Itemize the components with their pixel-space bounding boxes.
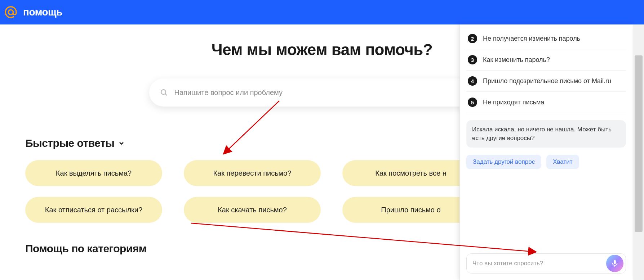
page-scrollbar[interactable] — [633, 24, 644, 280]
quick-answer-chip[interactable]: Как посмотреть все н — [342, 160, 479, 186]
suggestion-number: 4 — [468, 76, 477, 86]
brand-text: помощь — [23, 6, 62, 18]
top-header: помощь — [0, 0, 644, 24]
chat-suggestion-item[interactable]: 3 Как изменить пароль? — [466, 49, 626, 71]
suggestion-text: Не получается изменить пароль — [483, 34, 580, 43]
chip-label: Как скачать письмо? — [218, 206, 287, 214]
at-sign-icon — [4, 5, 18, 19]
chat-input-row — [466, 253, 626, 274]
suggestion-number: 2 — [468, 34, 477, 43]
search-input[interactable] — [174, 89, 484, 97]
stop-button[interactable]: Хватит — [546, 155, 579, 169]
chip-label: Пришло письмо о — [381, 206, 440, 214]
brand-logo[interactable]: помощь — [4, 5, 62, 19]
suggestion-number: 5 — [468, 98, 477, 107]
chat-suggestion-item[interactable]: 5 Не приходят письма — [466, 92, 626, 113]
quick-answers-title: Быстрые ответы — [25, 137, 114, 149]
chip-label: Как отписаться от рассылки? — [45, 206, 142, 214]
search-icon — [160, 89, 168, 96]
chip-label: Как перевести письмо? — [213, 169, 291, 177]
quick-answer-chip[interactable]: Пришло письмо о — [342, 197, 479, 223]
scrollbar-thumb[interactable] — [635, 55, 643, 232]
chip-label: Как выделять письма? — [56, 169, 132, 177]
microphone-icon — [611, 259, 619, 267]
suggestion-text: Пришло подозрительное письмо от Mail.ru — [483, 77, 611, 85]
chat-panel: 2 Не получается изменить пароль 3 Как из… — [459, 24, 632, 280]
suggestion-number: 3 — [468, 55, 477, 64]
ask-another-button[interactable]: Задать другой вопрос — [466, 155, 541, 169]
quick-answers-grid: Как выделять письма? Как перевести письм… — [25, 160, 479, 223]
microphone-button[interactable] — [606, 255, 623, 272]
svg-line-2 — [165, 94, 167, 95]
assistant-message: Искала искала, но ничего не нашла. Может… — [466, 120, 626, 148]
quick-answer-chip[interactable]: Как выделять письма? — [25, 160, 162, 186]
quick-answer-chip[interactable]: Как скачать письмо? — [184, 197, 321, 223]
chip-label: Как посмотреть все н — [375, 169, 446, 177]
quick-answer-chip[interactable]: Как отписаться от рассылки? — [25, 197, 162, 223]
chevron-down-icon — [118, 140, 125, 147]
svg-point-0 — [8, 10, 13, 14]
chat-input[interactable] — [472, 260, 601, 267]
chat-suggestion-item[interactable]: 4 Пришло подозрительное письмо от Mail.r… — [466, 71, 626, 92]
chat-suggestion-item[interactable]: 2 Не получается изменить пароль — [466, 28, 626, 49]
quick-answer-chip[interactable]: Как перевести письмо? — [184, 160, 321, 186]
suggestion-text: Как изменить пароль? — [483, 55, 550, 64]
suggestion-text: Не приходят письма — [483, 98, 544, 107]
search-bar[interactable] — [149, 78, 495, 107]
svg-point-1 — [161, 90, 166, 94]
chat-suggestion-list: 2 Не получается изменить пароль 3 Как из… — [466, 28, 626, 244]
chat-actions: Задать другой вопрос Хватит — [466, 155, 626, 169]
